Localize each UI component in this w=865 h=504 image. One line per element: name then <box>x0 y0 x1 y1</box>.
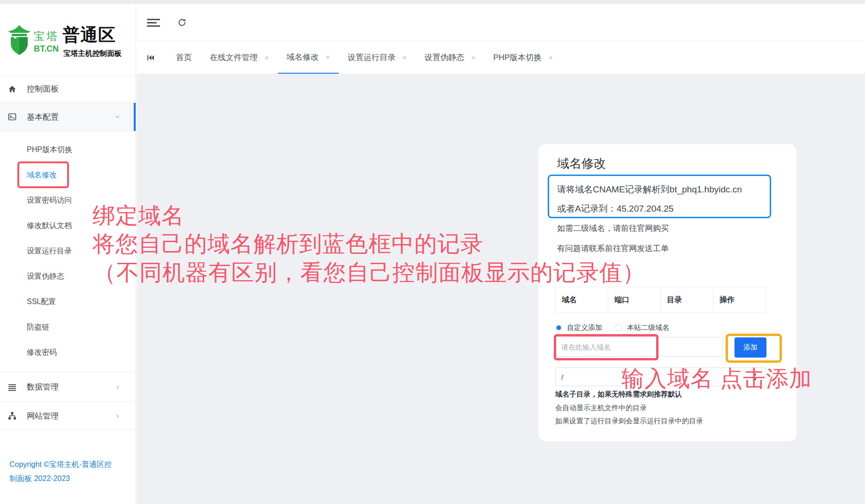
close-icon[interactable]: × <box>471 54 475 61</box>
blue-highlight-box-dns-records: 请将域名CNAME记录解析到bt_phq1.hbyidc.cn 或者A记录到：4… <box>548 175 771 218</box>
sidebar-item-data-management[interactable]: 数据管理 › <box>0 372 136 402</box>
close-icon[interactable]: × <box>549 54 553 61</box>
sidebar-item-label: 控制面板 <box>27 84 59 94</box>
directory-note-bold: 域名子目录，如果无特殊需求则推荐默认 <box>555 390 682 399</box>
card-title: 域名修改 <box>557 155 606 172</box>
radio-site-subdomain[interactable] <box>615 324 622 331</box>
sidebar-item-hotlink-protection[interactable]: 防盗链 <box>0 314 136 340</box>
sidebar-item-control-panel[interactable]: 控制面板 <box>0 76 136 103</box>
sidebar-item-default-document[interactable]: 修改默认文档 <box>0 213 136 238</box>
add-button[interactable]: 添加 <box>735 337 766 358</box>
sidebar-item-label: 数据管理 <box>27 382 59 392</box>
domain-input[interactable] <box>555 337 723 357</box>
sidebar: 宝塔 BT.CN 普通区 宝塔主机控制面板 控制面板 基本配置 › PHP版本切… <box>0 4 136 504</box>
add-mode-radio-group: 自定义添加 本站二级域名 <box>555 323 682 332</box>
tab-rewrite[interactable]: 设置伪静态 × <box>415 41 484 74</box>
column-header-directory: 目录 <box>661 287 713 313</box>
sidebar-item-password-access[interactable]: 设置密码访问 <box>0 188 136 213</box>
note-support-ticket: 有问题请联系前往官网发送工单 <box>557 243 669 254</box>
copyright-text: Copyright ©宝塔主机-普通区控 制面板 2022-2023 <box>9 458 127 486</box>
radio-custom-add[interactable] <box>555 324 562 331</box>
top-strip <box>0 0 865 4</box>
refresh-icon[interactable] <box>177 18 187 27</box>
panel-subtitle: 宝塔主机控制面板 <box>63 49 122 59</box>
number-spinner-icon[interactable]: ▲▼ <box>753 372 758 382</box>
collapse-tabs-icon[interactable] <box>147 54 154 61</box>
close-icon[interactable]: × <box>326 53 330 61</box>
close-icon[interactable]: × <box>265 54 269 61</box>
tab-domain-modify[interactable]: 域名修改 × <box>278 41 339 74</box>
brand-name-en: BT.CN <box>34 44 59 54</box>
directory-input-wrap: ▲▼ <box>555 367 766 386</box>
radio-custom-add-label[interactable]: 自定义添加 <box>567 323 602 332</box>
tab-run-directory[interactable]: 设置运行目录 × <box>339 41 416 74</box>
zone-title: 普通区 <box>62 23 116 47</box>
sidebar-item-label: 网站管理 <box>27 411 59 421</box>
data-lines-icon <box>8 383 16 391</box>
sidebar-item-label: 基本配置 <box>27 112 59 122</box>
domain-modify-card: 域名修改 请将域名CNAME记录解析到bt_phq1.hbyidc.cn 或者A… <box>538 144 796 441</box>
basic-config-submenu: PHP版本切换 域名修改 设置密码访问 修改默认文档 设置运行目录 设置伪静态 … <box>0 131 136 372</box>
close-icon[interactable]: × <box>403 54 407 61</box>
sidebar-item-rewrite[interactable]: 设置伪静态 <box>0 264 136 289</box>
chevron-down-icon: › <box>113 115 122 118</box>
directory-note-2: 会自动显示主机文件中的目录 <box>555 404 647 412</box>
radio-site-subdomain-label[interactable]: 本站二级域名 <box>627 323 669 332</box>
top-header <box>137 4 865 41</box>
note-buy-subdomain: 如需二级域名，请前往官网购买 <box>557 223 669 234</box>
sidebar-item-change-password[interactable]: 修改密码 <box>0 340 136 365</box>
menu-toggle-icon[interactable] <box>147 19 160 27</box>
sitemap-icon <box>8 412 16 420</box>
chevron-right-icon: › <box>116 383 119 391</box>
cname-record-text: 请将域名CNAME记录解析到bt_phq1.hbyidc.cn <box>557 180 770 199</box>
tab-bar: 首页 在线文件管理 × 域名修改 × 设置运行目录 × 设置伪静态 × PHP版… <box>137 41 865 74</box>
tab-php-version[interactable]: PHP版本切换 × <box>484 41 562 74</box>
chevron-right-icon: › <box>116 412 119 420</box>
brand-name-zh: 宝塔 <box>34 29 59 44</box>
baota-pagoda-logo-icon <box>6 25 32 56</box>
console-icon <box>8 113 16 121</box>
sidebar-item-domain-modify[interactable]: 域名修改 <box>0 162 136 188</box>
home-icon <box>8 85 16 93</box>
tab-home[interactable]: 首页 <box>167 41 201 74</box>
sidebar-item-php-version[interactable]: PHP版本切换 <box>0 137 136 162</box>
sidebar-item-ssl-config[interactable]: SSL配置 <box>0 289 136 314</box>
logo-block: 宝塔 BT.CN 普通区 宝塔主机控制面板 <box>0 4 136 76</box>
sidebar-item-basic-config[interactable]: 基本配置 › <box>0 103 136 131</box>
directory-input[interactable] <box>555 367 766 386</box>
tab-file-manager[interactable]: 在线文件管理 × <box>201 41 278 74</box>
sidebar-item-run-directory[interactable]: 设置运行目录 <box>0 238 136 264</box>
column-header-action: 操作 <box>713 287 765 313</box>
a-record-text: 或者A记录到：45.207.204.25 <box>557 199 770 218</box>
column-header-port: 端口 <box>608 287 661 313</box>
sidebar-item-website-management[interactable]: 网站管理 › <box>0 402 136 430</box>
column-header-domain: 域名 <box>556 287 608 313</box>
app-window: 宝塔 BT.CN 普通区 宝塔主机控制面板 控制面板 基本配置 › PHP版本切… <box>0 0 865 504</box>
directory-note-3: 如果设置了运行目录则会显示运行目录中的目录 <box>555 417 703 426</box>
domain-table-header: 域名 端口 目录 操作 <box>555 287 766 313</box>
